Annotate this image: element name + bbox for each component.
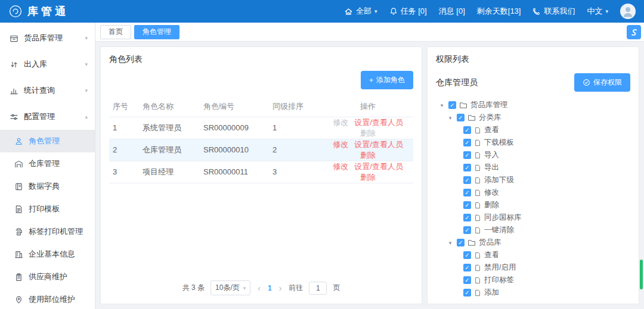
checkbox-checked[interactable]: ✓ bbox=[457, 239, 465, 246]
assign-view-link[interactable]: 设置/查看人员 bbox=[354, 162, 403, 171]
tree-node-leaf[interactable]: ✓ 添加 bbox=[436, 286, 630, 299]
page-number[interactable]: 1 bbox=[268, 284, 272, 292]
checkbox-checked[interactable]: ✓ bbox=[463, 201, 471, 209]
table-row[interactable]: 1 系统管理员 SR00000009 1 修改设置/查看人员删除 bbox=[109, 117, 413, 139]
sidebar-item-statistics[interactable]: 统计查询 ▾ bbox=[0, 77, 95, 104]
tree-node-leaf[interactable]: ✓ 添加下级 bbox=[436, 174, 630, 186]
column-header: 角色编号 bbox=[200, 96, 269, 117]
sidebar-item-configuration[interactable]: 配置管理 ▴ bbox=[0, 104, 95, 130]
expand-arrow-icon[interactable]: ▾ bbox=[438, 102, 445, 108]
sidebar-item-goods-library[interactable]: 货品库管理 ▾ bbox=[0, 25, 95, 51]
assign-view-link[interactable]: 设置/查看人员 bbox=[354, 140, 403, 149]
cell-role-code: SR00000010 bbox=[200, 139, 269, 161]
delete-link[interactable]: 删除 bbox=[360, 173, 376, 182]
sidebar-item-supplier-maintenance[interactable]: 供应商维护 bbox=[0, 266, 95, 288]
cell-role-name: 系统管理员 bbox=[139, 117, 200, 139]
cell-order: 2 bbox=[269, 139, 323, 161]
sidebar-item-role-management[interactable]: 角色管理 bbox=[0, 130, 95, 152]
contact-item[interactable]: 联系我们 bbox=[532, 6, 575, 17]
tab-role-management[interactable]: 角色管理 bbox=[134, 25, 179, 39]
sidebar-item-warehouse-management[interactable]: 仓库管理 bbox=[0, 152, 95, 175]
tree-node-folder[interactable]: ▾ ✓ 货品库管理 bbox=[436, 99, 630, 111]
delete-link[interactable]: 删除 bbox=[360, 151, 376, 160]
document-icon bbox=[474, 127, 481, 134]
chevron-up-icon: ▴ bbox=[85, 114, 88, 120]
sidebar-item-label: 仓库管理 bbox=[29, 158, 60, 169]
tree-node-leaf[interactable]: ✓ 删除 bbox=[436, 199, 630, 211]
add-role-button[interactable]: + 添加角色 bbox=[361, 71, 413, 89]
tree-node-label: 下载模板 bbox=[484, 138, 514, 148]
modify-link[interactable]: 修改 bbox=[333, 162, 348, 171]
tree-node-folder[interactable]: ▾ ✓ 分类库 bbox=[436, 111, 630, 124]
table-row[interactable]: 2 仓库管理员 SR00000010 2 修改设置/查看人员删除 bbox=[109, 139, 413, 161]
cell-index: 3 bbox=[109, 161, 139, 183]
document-icon bbox=[474, 139, 481, 146]
checkbox-checked[interactable]: ✓ bbox=[463, 226, 471, 234]
scrollbar-thumb[interactable] bbox=[640, 260, 643, 289]
checkbox-checked[interactable]: ✓ bbox=[463, 189, 471, 196]
checkbox-checked[interactable]: ✓ bbox=[463, 126, 471, 134]
tree-node-leaf[interactable]: ✓ 下载模板 bbox=[436, 136, 630, 149]
checkbox-checked[interactable]: ✓ bbox=[463, 176, 471, 184]
tree-node-label: 货品库管理 bbox=[470, 100, 508, 110]
checkbox-checked[interactable]: ✓ bbox=[463, 164, 471, 171]
tree-node-leaf[interactable]: ✓ 导入 bbox=[436, 149, 630, 161]
sidebar-item-label: 角色管理 bbox=[29, 136, 60, 146]
modify-link[interactable]: 修改 bbox=[333, 118, 348, 127]
tasks-item[interactable]: 任务 [0] bbox=[389, 6, 427, 17]
checkbox-checked[interactable]: ✓ bbox=[463, 214, 471, 221]
column-header: 同级排序 bbox=[269, 96, 323, 117]
tree-node-leaf[interactable]: ✓ 导出 bbox=[436, 161, 630, 174]
tree-node-label: 添加 bbox=[484, 288, 499, 298]
sidebar-item-in-out[interactable]: 出入库 ▾ bbox=[0, 51, 95, 77]
scope-selector[interactable]: 全部 ▾ bbox=[344, 6, 377, 17]
days-left-item[interactable]: 剩余天数[13] bbox=[477, 6, 521, 17]
bar-chart-icon bbox=[10, 86, 18, 95]
tree-node-leaf[interactable]: ✓ 查看 bbox=[436, 124, 630, 136]
page-size-select[interactable]: 10条/页 ▾ bbox=[210, 280, 250, 295]
sidebar-item-usage-location[interactable]: 使用部位维护 bbox=[0, 288, 95, 309]
document-icon bbox=[474, 189, 481, 196]
tree-node-leaf[interactable]: ✓ 修改 bbox=[436, 186, 630, 199]
goto-page-input[interactable] bbox=[309, 282, 327, 295]
checkbox-checked[interactable]: ✓ bbox=[448, 101, 456, 109]
prev-page-button[interactable]: ‹ bbox=[256, 283, 262, 293]
cell-role-code: SR00000009 bbox=[200, 117, 269, 139]
tree-node-label: 同步国标库 bbox=[484, 213, 522, 223]
sidebar-item-data-dictionary[interactable]: 数据字典 bbox=[0, 175, 95, 198]
checkbox-checked[interactable]: ✓ bbox=[463, 151, 471, 159]
assign-view-link[interactable]: 设置/查看人员 bbox=[354, 118, 403, 127]
tab-home[interactable]: 首页 bbox=[100, 25, 131, 39]
checkbox-checked[interactable]: ✓ bbox=[463, 251, 471, 259]
contact-label: 联系我们 bbox=[544, 6, 575, 17]
table-header-row: 序号 角色名称 角色编号 同级排序 操作 bbox=[109, 96, 413, 117]
messages-item[interactable]: 消息 [0] bbox=[439, 6, 465, 17]
table-row[interactable]: 3 项目经理 SR00000011 3 修改设置/查看人员删除 bbox=[109, 161, 413, 183]
sidebar-item-print-template[interactable]: 打印模板 bbox=[0, 198, 95, 220]
delete-link[interactable]: 删除 bbox=[360, 129, 376, 138]
modify-link[interactable]: 修改 bbox=[333, 140, 348, 149]
tree-node-folder[interactable]: ▾ ✓ 货品库 bbox=[436, 236, 630, 249]
language-selector[interactable]: 中文 ▾ bbox=[587, 6, 608, 17]
tree-node-leaf[interactable]: ✓ 打印标签 bbox=[436, 274, 630, 286]
checkbox-checked[interactable]: ✓ bbox=[463, 264, 471, 271]
tree-node-leaf[interactable]: ✓ 禁用/启用 bbox=[436, 261, 630, 274]
checkbox-checked[interactable]: ✓ bbox=[463, 276, 471, 284]
tree-node-leaf[interactable]: ✓ 同步国标库 bbox=[436, 211, 630, 224]
sidebar-item-company-info[interactable]: 企业基本信息 bbox=[0, 243, 95, 266]
next-page-button[interactable]: › bbox=[278, 283, 283, 293]
expand-arrow-icon[interactable]: ▾ bbox=[447, 240, 454, 246]
sidebar-item-label-printer[interactable]: 标签打印机管理 bbox=[0, 220, 95, 243]
checkbox-checked[interactable]: ✓ bbox=[463, 289, 471, 296]
app-window: 库管通 全部 ▾ 任务 [0] 消息 [0] 剩余天数[13] bbox=[0, 0, 644, 309]
tree-node-leaf[interactable]: ✓ 一键清除 bbox=[436, 224, 630, 236]
avatar[interactable] bbox=[620, 4, 636, 19]
chevron-down-icon: ▾ bbox=[85, 88, 88, 93]
checkbox-checked[interactable]: ✓ bbox=[463, 139, 471, 146]
save-permission-button[interactable]: 保存权限 bbox=[574, 73, 630, 92]
checkbox-checked[interactable]: ✓ bbox=[457, 114, 465, 121]
expand-arrow-icon[interactable]: ▾ bbox=[447, 115, 454, 121]
cell-role-code: SR00000011 bbox=[200, 161, 269, 183]
tree-node-leaf[interactable]: ✓ 查看 bbox=[436, 249, 630, 261]
quick-panel-icon[interactable] bbox=[627, 25, 641, 39]
